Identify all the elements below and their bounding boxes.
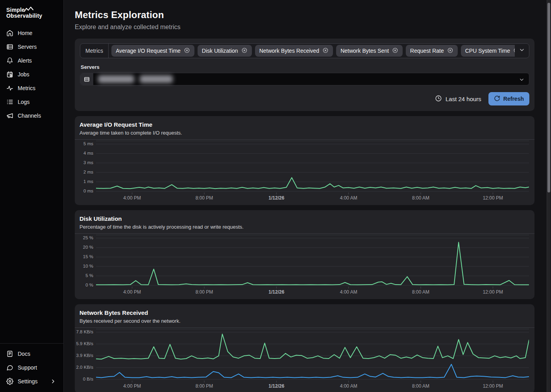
y-tick-label: 0 B/s <box>83 377 93 381</box>
metric-chip-label: Request Rate <box>410 48 444 54</box>
sidebar-item-label: Docs <box>18 351 30 357</box>
y-tick-label: 0 ms <box>83 189 93 193</box>
metric-chip[interactable]: Disk Utilization <box>198 45 252 57</box>
bell-icon <box>6 57 13 64</box>
sidebar-item-alerts[interactable]: Alerts <box>0 54 63 67</box>
sidebar-item-logs[interactable]: Logs <box>0 95 63 109</box>
y-tick-label: 2 ms <box>83 170 93 174</box>
sidebar-footer: Docs Support Settings <box>0 343 63 388</box>
chat-icon <box>6 364 13 371</box>
app-window: Simple Observability Home Servers Alerts… <box>0 0 551 392</box>
x-axis-labels: 4:00 PM8:00 PM1/12/264:00 AM8:00 AM12:00… <box>96 383 529 391</box>
chart-plot: 4:00 PM8:00 PM1/12/264:00 AM8:00 AM12:00… <box>96 140 529 203</box>
x-tick-label: 1/12/26 <box>268 289 284 295</box>
filter-panel: Metrics Average I/O Request TimeDisk Uti… <box>75 39 534 111</box>
sidebar-item-channels[interactable]: Channels <box>0 109 63 122</box>
time-range-label: Last 24 hours <box>446 96 481 102</box>
y-tick-label: 1 ms <box>83 179 93 184</box>
metric-chip[interactable]: CPU System Time <box>461 45 515 57</box>
chart-subtitle: Percentage of time the disk is actively … <box>80 224 529 230</box>
sidebar-item-docs[interactable]: Docs <box>0 347 63 361</box>
chevron-down-icon <box>519 47 525 55</box>
time-range-selector[interactable]: Last 24 hours <box>435 95 481 103</box>
chart-area: 0 ms1 ms2 ms3 ms4 ms5 ms 4:00 PM8:00 PM1… <box>75 139 534 203</box>
refresh-button[interactable]: Refresh <box>488 92 529 105</box>
chart-title: Average I/O Request Time <box>80 121 529 128</box>
x-tick-label: 1/12/26 <box>268 383 284 389</box>
chart-area: 0 B/s2.0 KB/s3.9 KB/s5.9 KB/s7.8 KB/s 4:… <box>75 327 534 391</box>
calendar-icon <box>6 71 13 78</box>
x-tick-label: 1/12/26 <box>268 195 284 201</box>
sidebar-item-settings[interactable]: Settings <box>0 374 63 388</box>
megaphone-icon <box>6 112 13 119</box>
x-tick-label: 12:00 PM <box>483 383 503 389</box>
metrics-dropdown-chevron[interactable] <box>515 44 529 58</box>
sidebar-item-home[interactable]: Home <box>0 26 63 40</box>
refresh-button-label: Refresh <box>503 96 524 102</box>
metrics-select-bar[interactable]: Metrics Average I/O Request TimeDisk Uti… <box>80 43 529 58</box>
x-axis-labels: 4:00 PM8:00 PM1/12/264:00 AM8:00 AM12:00… <box>96 195 529 203</box>
line-chart-svg <box>96 234 529 289</box>
servers-icon <box>6 43 13 50</box>
remove-metric-icon[interactable] <box>322 47 329 55</box>
y-tick-label: 15 % <box>83 254 93 259</box>
y-tick-label: 7.8 KB/s <box>76 329 93 334</box>
chart-title: Network Bytes Received <box>80 309 529 316</box>
remove-metric-icon[interactable] <box>392 47 398 55</box>
line-chart-svg <box>96 140 529 195</box>
y-tick-label: 5 ms <box>83 141 93 146</box>
refresh-icon <box>494 95 500 103</box>
x-tick-label: 4:00 AM <box>340 195 357 201</box>
remove-metric-icon[interactable] <box>241 47 248 55</box>
chart-card-network-bytes-received: Network Bytes Received Bytes received pe… <box>75 304 534 392</box>
scrollbar-thumb[interactable] <box>547 3 550 192</box>
sidebar-item-jobs[interactable]: Jobs <box>0 67 63 81</box>
x-tick-label: 8:00 AM <box>412 289 429 295</box>
metric-chip[interactable]: Average I/O Request Time <box>111 45 194 57</box>
chart-plot: 4:00 PM8:00 PM1/12/264:00 AM8:00 AM12:00… <box>96 234 529 297</box>
vertical-scrollbar[interactable] <box>547 0 551 392</box>
sidebar-item-metrics[interactable]: Metrics <box>0 81 63 95</box>
sidebar-item-label: Support <box>18 364 37 371</box>
chart-squiggle-icon <box>24 6 34 15</box>
y-tick-label: 5.9 KB/s <box>76 341 93 346</box>
y-tick-label: 4 ms <box>83 151 93 155</box>
chart-plot: 4:00 PM8:00 PM1/12/264:00 AM8:00 AM12:00… <box>96 328 529 391</box>
sidebar-item-label: Jobs <box>18 71 30 78</box>
sidebar-item-support[interactable]: Support <box>0 361 63 374</box>
gear-icon <box>6 378 13 385</box>
metric-chip-label: Average I/O Request Time <box>116 48 181 54</box>
x-tick-label: 4:00 AM <box>340 289 357 295</box>
chart-card-header: Disk Utilization Percentage of time the … <box>75 215 534 233</box>
metric-chips-container: Average I/O Request TimeDisk Utilization… <box>109 44 515 58</box>
sidebar-item-label: Home <box>18 30 32 36</box>
page-title: Metrics Exploration <box>75 9 534 20</box>
x-tick-label: 8:00 AM <box>412 383 429 389</box>
remove-metric-icon[interactable] <box>447 47 453 55</box>
y-tick-label: 25 % <box>83 235 93 240</box>
x-tick-label: 4:00 PM <box>123 289 141 295</box>
chevron-right-icon <box>50 378 57 385</box>
sidebar-item-servers[interactable]: Servers <box>0 40 63 54</box>
server-chip-redacted[interactable] <box>140 75 173 83</box>
server-chip-redacted[interactable] <box>98 75 134 83</box>
activity-icon <box>6 85 13 92</box>
remove-metric-icon[interactable] <box>184 47 190 55</box>
chart-subtitle: Average time taken to complete I/O reque… <box>80 130 529 136</box>
sidebar-item-label: Channels <box>18 113 41 119</box>
y-axis-labels: 0 %5 %10 %15 %20 %25 % <box>77 234 96 297</box>
metric-chip[interactable]: Network Bytes Sent <box>336 45 403 57</box>
sidebar-item-label: Logs <box>18 99 30 105</box>
clock-icon <box>435 95 442 103</box>
line-chart-svg <box>96 328 529 383</box>
servers-dropdown-chevron-icon[interactable] <box>519 77 525 84</box>
metric-chip-label: Disk Utilization <box>202 48 238 54</box>
chart-card-disk-utilization: Disk Utilization Percentage of time the … <box>75 210 534 299</box>
metric-chip[interactable]: Network Bytes Received <box>255 45 333 57</box>
y-tick-label: 20 % <box>83 245 93 250</box>
metrics-select-label: Metrics <box>80 44 109 58</box>
servers-select-bar[interactable] <box>80 73 529 85</box>
x-tick-label: 8:00 PM <box>196 383 213 389</box>
y-tick-label: 5 % <box>85 273 93 278</box>
metric-chip[interactable]: Request Rate <box>406 45 458 57</box>
